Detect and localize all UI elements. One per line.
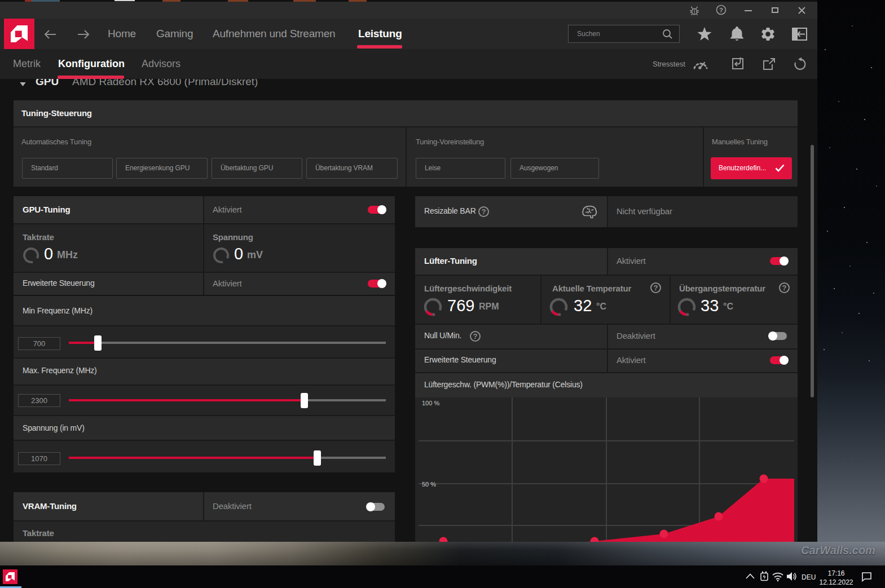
svg-text:50 %: 50 % xyxy=(422,481,436,488)
svg-text:100 %: 100 % xyxy=(422,400,439,406)
svg-text:?: ? xyxy=(719,7,723,14)
